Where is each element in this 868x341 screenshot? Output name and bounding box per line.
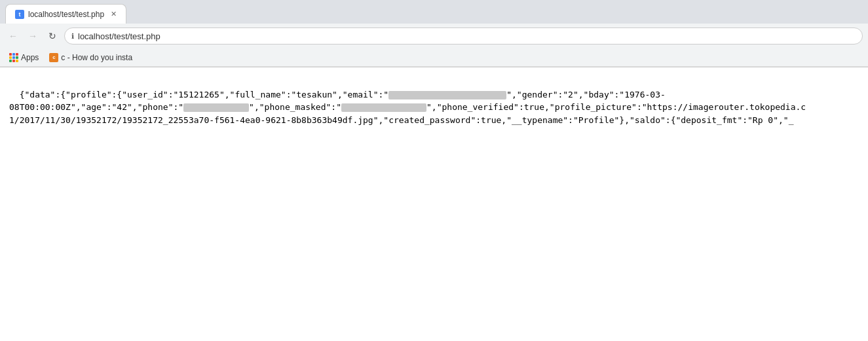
bookmark-label: c - How do you insta xyxy=(61,53,132,62)
email-redacted xyxy=(388,91,506,99)
bookmark-favicon: c xyxy=(49,53,58,62)
page-content: {"data":{"profile":{"user_id":"15121265"… xyxy=(0,67,868,341)
forward-button[interactable]: → xyxy=(25,28,41,44)
json-line1-start: {"data":{"profile":{"user_id":"15121265"… xyxy=(20,90,389,99)
bookmarks-bar: Apps c c - How do you insta xyxy=(0,48,868,67)
tab-favicon: t xyxy=(15,10,24,19)
address-bar[interactable]: ℹ localhost/test/test.php xyxy=(64,27,863,45)
forward-icon: → xyxy=(28,31,37,41)
url-text: localhost/test/test.php xyxy=(78,31,160,41)
json-line2-after: ","phone_verified":true,"profile_picture… xyxy=(426,102,806,112)
apps-label: Apps xyxy=(21,53,39,62)
json-line2-start: 08T00:00:00Z","age":"42","phone":" xyxy=(9,102,183,112)
phone-redacted xyxy=(183,103,249,112)
bookmark-c[interactable]: c c - How do you insta xyxy=(45,52,136,63)
tab-close-button[interactable]: ✕ xyxy=(111,10,117,18)
apps-grid-icon xyxy=(9,53,18,62)
info-icon: ℹ xyxy=(71,32,74,41)
active-tab[interactable]: t localhost/test/test.php ✕ xyxy=(5,4,126,24)
json-line1-end: ","gender":"2","bday":"1976-03- xyxy=(506,90,666,99)
phone-masked-redacted xyxy=(341,103,426,112)
reload-icon: ↻ xyxy=(48,31,56,41)
json-line2-mid: ","phone_masked":" xyxy=(249,102,341,112)
tab-title: localhost/test/test.php xyxy=(28,10,104,19)
address-bar-row: ← → ↻ ℹ localhost/test/test.php xyxy=(0,24,868,48)
json-line3: 1/2017/11/30/19352172/19352172_22553a70-… xyxy=(9,115,793,125)
reload-button[interactable]: ↻ xyxy=(45,28,60,44)
back-button[interactable]: ← xyxy=(5,28,21,44)
apps-button[interactable]: Apps xyxy=(5,52,43,63)
tab-bar: t localhost/test/test.php ✕ xyxy=(0,0,868,24)
back-icon: ← xyxy=(9,31,18,41)
browser-chrome: t localhost/test/test.php ✕ ← → ↻ ℹ loca… xyxy=(0,0,868,67)
